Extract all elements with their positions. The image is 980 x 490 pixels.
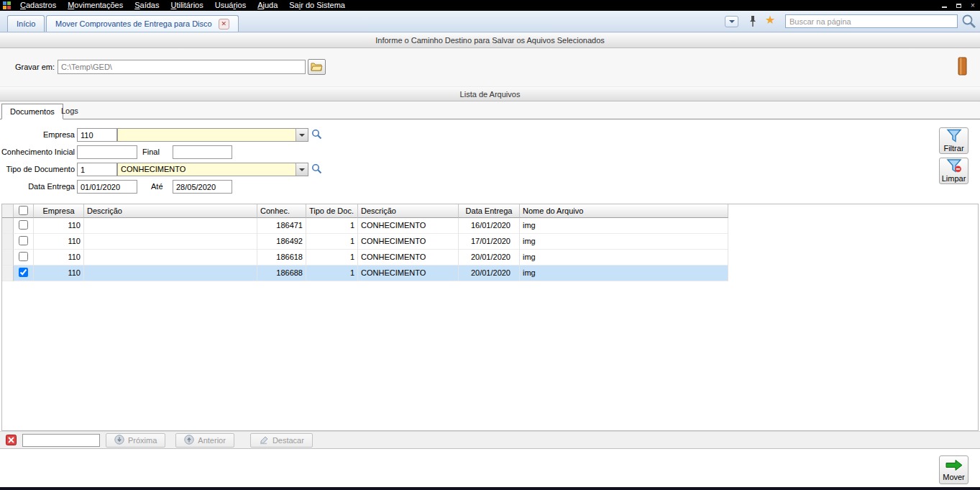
window-controls: × bbox=[937, 0, 980, 11]
empresa-label: Empresa bbox=[0, 128, 75, 142]
table-row[interactable]: 1101864711CONHECIMENTO16/01/2020img bbox=[2, 218, 978, 234]
menu-item-ajuda[interactable]: Ajuda bbox=[252, 0, 283, 11]
documents-grid: Empresa Descrição Conhec. Tipo de Doc. D… bbox=[1, 204, 979, 431]
column-header-empresa[interactable]: Empresa bbox=[34, 204, 84, 218]
arrow-down-circle-icon bbox=[114, 435, 124, 446]
proxima-button[interactable]: Próxima bbox=[106, 433, 165, 448]
finder-search-input[interactable] bbox=[22, 434, 100, 447]
arrow-up-circle-icon bbox=[184, 435, 194, 446]
menu-item-sair-do-sistema[interactable]: Sair do Sistema bbox=[283, 0, 351, 11]
column-header-data-entrega[interactable]: Data Entrega bbox=[459, 204, 520, 218]
filter-panel: Empresa Conhecimento Inicial Final Tipo … bbox=[0, 119, 980, 204]
restore-button[interactable] bbox=[951, 0, 966, 11]
column-header-conhec[interactable]: Conhec. bbox=[257, 204, 306, 218]
anterior-label: Anterior bbox=[198, 436, 226, 445]
funnel-blue-icon bbox=[946, 129, 962, 144]
data-final-input[interactable] bbox=[173, 180, 232, 194]
finder-close-button[interactable] bbox=[6, 435, 17, 445]
path-input[interactable] bbox=[58, 60, 306, 74]
tab-list-dropdown-button[interactable] bbox=[725, 16, 738, 27]
app-icon bbox=[3, 1, 11, 9]
tipo-combo-arrow[interactable] bbox=[296, 163, 308, 176]
grid-cell: img bbox=[520, 218, 728, 234]
empresa-combo-arrow[interactable] bbox=[296, 129, 308, 141]
mover-label: Mover bbox=[943, 473, 965, 481]
filtrar-button[interactable]: Filtrar bbox=[939, 127, 968, 154]
grid-cell: 1 bbox=[306, 266, 358, 281]
browse-folder-button[interactable] bbox=[308, 59, 326, 75]
tab-logs[interactable]: Logs bbox=[53, 104, 86, 119]
column-header-nome-arquivo[interactable]: Nome do Arquivo bbox=[520, 204, 728, 218]
destacar-button[interactable]: Destacar bbox=[250, 433, 313, 448]
favorites-star-icon[interactable]: ★ bbox=[765, 13, 775, 27]
row-checkbox[interactable] bbox=[19, 268, 28, 277]
row-checkbox-cell[interactable] bbox=[14, 250, 34, 266]
highlighter-icon bbox=[259, 435, 269, 446]
table-row[interactable]: 1101866881CONHECIMENTO20/01/2020img bbox=[2, 266, 978, 281]
exit-door-icon[interactable] bbox=[956, 57, 968, 77]
data-entrega-label: Data Entrega bbox=[0, 180, 75, 194]
tab-strip: Início Mover Comprovantes de Entrega par… bbox=[0, 11, 980, 32]
minimize-button[interactable] bbox=[937, 0, 951, 11]
mover-button[interactable]: Mover bbox=[939, 455, 968, 484]
row-checkbox[interactable] bbox=[19, 252, 28, 261]
grid-cell: CONHECIMENTO bbox=[358, 250, 459, 266]
grid-cell bbox=[84, 250, 257, 266]
grid-header: Empresa Descrição Conhec. Tipo de Doc. D… bbox=[2, 204, 978, 218]
green-arrow-icon bbox=[945, 459, 963, 473]
row-indicator-header bbox=[2, 204, 14, 218]
destination-header: Informe o Caminho Destino para Salvar os… bbox=[0, 32, 980, 48]
grid-cell: 110 bbox=[34, 234, 84, 250]
column-header-descricao2[interactable]: Descrição bbox=[358, 204, 459, 218]
grid-cell: img bbox=[520, 234, 728, 250]
chevron-down-icon bbox=[729, 20, 735, 23]
column-header-tipo-doc[interactable]: Tipo de Doc. bbox=[306, 204, 358, 218]
limpar-label: Limpar bbox=[942, 174, 966, 183]
tab-close-icon[interactable]: ✕ bbox=[219, 19, 229, 30]
empresa-combo[interactable] bbox=[117, 128, 308, 142]
menu-item-utilitarios[interactable]: Utilitários bbox=[165, 0, 209, 11]
close-button[interactable]: × bbox=[966, 0, 980, 11]
tipo-lookup-icon[interactable] bbox=[311, 163, 322, 176]
grid-cell bbox=[84, 234, 257, 250]
taskbar-edge bbox=[0, 487, 980, 490]
minimize-icon bbox=[942, 3, 947, 8]
menu-item-cadastros[interactable]: Cadastros bbox=[14, 0, 62, 11]
row-checkbox-cell[interactable] bbox=[14, 266, 34, 281]
tab-inicio[interactable]: Início bbox=[7, 15, 45, 32]
search-magnifier-icon[interactable] bbox=[961, 14, 976, 30]
grid-cell: CONHECIMENTO bbox=[358, 218, 459, 234]
limpar-button[interactable]: Limpar bbox=[939, 158, 968, 184]
anterior-button[interactable]: Anterior bbox=[175, 433, 234, 448]
select-all-checkbox[interactable] bbox=[19, 206, 28, 215]
grid-cell: 110 bbox=[34, 266, 84, 281]
grid-cell bbox=[84, 266, 257, 281]
row-checkbox[interactable] bbox=[19, 220, 28, 230]
menu-item-usuarios[interactable]: Usuários bbox=[209, 0, 252, 11]
menu-item-saidas[interactable]: Saídas bbox=[129, 0, 165, 11]
grid-cell: CONHECIMENTO bbox=[358, 266, 459, 281]
empresa-lookup-icon[interactable] bbox=[311, 129, 322, 141]
row-checkbox-cell[interactable] bbox=[14, 234, 34, 250]
conhecimento-final-input[interactable] bbox=[173, 145, 232, 159]
page-search-input[interactable] bbox=[785, 14, 958, 28]
empresa-code-input[interactable] bbox=[77, 128, 117, 142]
tipo-combo[interactable]: CONHECIMENTO bbox=[117, 163, 308, 176]
row-checkbox[interactable] bbox=[19, 236, 28, 245]
grid-cell: 186492 bbox=[257, 234, 306, 250]
pin-icon[interactable] bbox=[748, 15, 758, 29]
data-inicial-input[interactable] bbox=[77, 180, 137, 194]
menu-item-movimentacoes[interactable]: Movimentações bbox=[62, 0, 129, 11]
conhecimento-inicial-input[interactable] bbox=[77, 145, 137, 159]
grid-cell: 110 bbox=[34, 218, 84, 234]
grid-cell: 186618 bbox=[257, 250, 306, 266]
grid-cell: CONHECIMENTO bbox=[358, 234, 459, 250]
tipo-combo-value: CONHECIMENTO bbox=[118, 163, 296, 176]
table-row[interactable]: 1101866181CONHECIMENTO20/01/2020img bbox=[2, 250, 978, 266]
table-row[interactable]: 1101864921CONHECIMENTO17/01/2020img bbox=[2, 234, 978, 250]
tipo-code-input[interactable] bbox=[77, 163, 117, 176]
row-checkbox-cell[interactable] bbox=[14, 218, 34, 234]
tab-mover-comprovantes[interactable]: Mover Comprovantes de Entrega para Disco… bbox=[46, 15, 239, 32]
grid-cell: 16/01/2020 bbox=[459, 218, 520, 234]
column-header-descricao[interactable]: Descrição bbox=[84, 204, 257, 218]
